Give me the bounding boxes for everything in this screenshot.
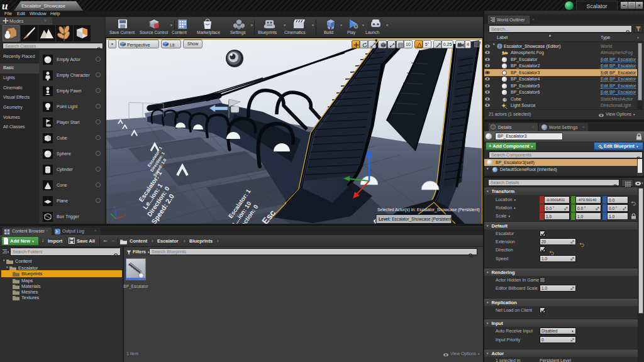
svg-text:Level: Escalator_Showcase (Pe: Level: Escalator_Showcase (Persistent) [379, 217, 453, 222]
svg-text:Selected Actor(s) in: Escalat: Selected Actor(s) in: Escalator_Showcase… [377, 207, 480, 212]
